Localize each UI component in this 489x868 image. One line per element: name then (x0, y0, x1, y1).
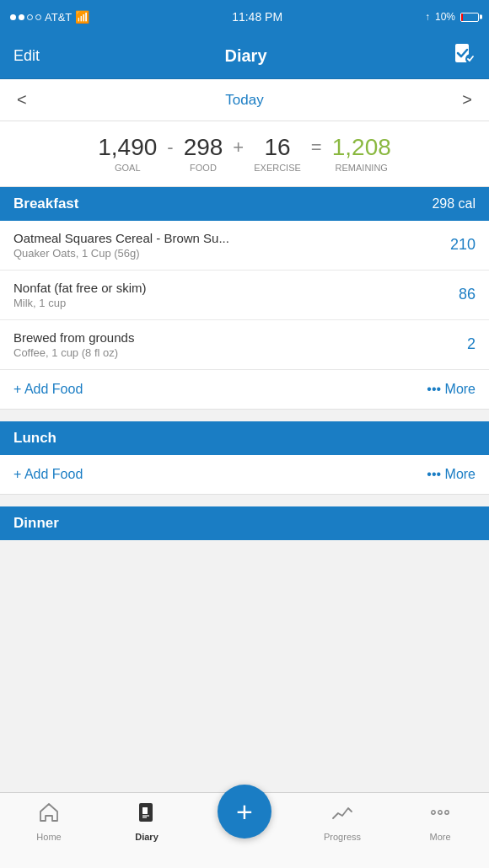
prev-date-button[interactable]: < (17, 90, 27, 110)
battery-container (460, 13, 479, 22)
tab-home[interactable]: Home (0, 801, 98, 842)
dinner-title: Dinner (13, 515, 59, 532)
remaining-item: 1,208 REMAINING (332, 135, 391, 173)
breakfast-item-1[interactable]: Oatmeal Squares Cereal - Brown Su... Qua… (0, 221, 489, 271)
status-bar: AT&T 📶 11:48 PM ↑ 10% (0, 0, 489, 34)
exercise-number: 16 (254, 135, 301, 161)
status-right: ↑ 10% (425, 11, 479, 23)
status-left: AT&T 📶 (10, 10, 89, 24)
plus-icon: + (236, 796, 253, 828)
location-icon: ↑ (425, 11, 430, 23)
food-detail-1: Quaker Oats, 1 Cup (56g) (13, 247, 442, 260)
calorie-summary: 1,490 GOAL - 298 FOOD + 16 EXERCISE = 1,… (0, 121, 489, 187)
edit-button[interactable]: Edit (13, 47, 40, 65)
home-icon (38, 801, 60, 828)
remaining-number: 1,208 (332, 135, 391, 161)
carrier-label: AT&T (45, 11, 72, 24)
remaining-label: REMAINING (332, 163, 391, 173)
food-name-3: Brewed from grounds (13, 330, 442, 345)
lunch-add-food-button[interactable]: + Add Food (13, 467, 83, 482)
lunch-add-row: + Add Food ••• More (0, 455, 489, 495)
breakfast-more-button[interactable]: ••• More (427, 382, 476, 397)
lunch-more-button[interactable]: ••• More (427, 467, 476, 482)
food-info-3: Brewed from grounds Coffee, 1 cup (8 fl … (13, 330, 442, 359)
food-detail-3: Coffee, 1 cup (8 fl oz) (13, 346, 442, 359)
nav-bar: Edit Diary (0, 34, 489, 79)
tab-more[interactable]: More (391, 801, 489, 842)
bookmark-check-icon[interactable] (452, 42, 476, 71)
minus-operator: - (167, 137, 173, 170)
dot-4 (35, 14, 41, 20)
tab-add[interactable]: + (196, 801, 293, 839)
goal-number: 1,490 (98, 135, 157, 161)
breakfast-item-3[interactable]: Brewed from grounds Coffee, 1 cup (8 fl … (0, 320, 489, 370)
status-time: 11:48 PM (232, 10, 282, 24)
main-content: < Today > 1,490 GOAL - 298 FOOD + 16 EXE… (0, 79, 489, 792)
breakfast-calories: 298 cal (432, 196, 476, 212)
svg-rect-4 (142, 807, 148, 814)
dot-2 (19, 14, 24, 20)
wifi-icon: 📶 (75, 10, 89, 24)
goal-label: GOAL (98, 163, 157, 173)
exercise-item: 16 EXERCISE (254, 135, 301, 173)
food-info-1: Oatmeal Squares Cereal - Brown Su... Qua… (13, 231, 442, 260)
battery-percent: 10% (435, 11, 455, 23)
breakfast-header: Breakfast 298 cal (0, 187, 489, 221)
goal-item: 1,490 GOAL (98, 135, 157, 173)
battery-icon (460, 13, 479, 22)
plus-operator: + (233, 137, 244, 170)
tab-progress[interactable]: Progress (293, 801, 391, 842)
battery-fill (461, 13, 463, 21)
progress-icon (331, 801, 353, 828)
food-name-1: Oatmeal Squares Cereal - Brown Su... (13, 231, 442, 245)
svg-point-7 (432, 811, 435, 814)
exercise-label: EXERCISE (254, 163, 301, 173)
next-date-button[interactable]: > (462, 90, 472, 110)
breakfast-add-food-button[interactable]: + Add Food (13, 382, 83, 397)
tab-bar: Home Diary + Progress (0, 792, 489, 868)
food-name-2: Nonfat (fat free or skim) (13, 281, 442, 295)
food-cal-2: 86 (442, 286, 476, 303)
tab-home-label: Home (36, 832, 61, 842)
lunch-header: Lunch (0, 421, 489, 455)
lunch-title: Lunch (13, 430, 56, 447)
food-detail-2: Milk, 1 cup (13, 297, 442, 309)
current-date[interactable]: Today (225, 92, 263, 109)
svg-point-8 (438, 811, 442, 814)
diary-icon (136, 801, 158, 828)
signal-dots (10, 14, 41, 20)
add-button[interactable]: + (218, 785, 271, 839)
dinner-header: Dinner (0, 506, 489, 540)
food-cal-3: 2 (442, 335, 476, 353)
food-info-2: Nonfat (fat free or skim) Milk, 1 cup (13, 281, 442, 309)
breakfast-item-2[interactable]: Nonfat (fat free or skim) Milk, 1 cup 86 (0, 271, 489, 320)
tab-progress-label: Progress (324, 832, 361, 842)
svg-point-9 (445, 811, 449, 814)
nav-title: Diary (225, 46, 267, 66)
food-cal-1: 210 (442, 236, 476, 254)
tab-diary-label: Diary (135, 832, 159, 842)
food-number: 298 (184, 135, 223, 161)
dot-1 (10, 14, 16, 20)
section-gap-2 (0, 495, 489, 506)
food-label: FOOD (184, 163, 223, 173)
breakfast-title: Breakfast (13, 196, 79, 212)
more-icon (429, 801, 451, 828)
dot-3 (27, 14, 33, 20)
equals-operator: = (311, 137, 322, 170)
tab-diary[interactable]: Diary (98, 801, 196, 842)
section-gap-1 (0, 410, 489, 421)
food-item: 298 FOOD (184, 135, 223, 173)
tab-more-label: More (429, 832, 450, 842)
date-nav: < Today > (0, 79, 489, 121)
breakfast-add-row: + Add Food ••• More (0, 370, 489, 410)
